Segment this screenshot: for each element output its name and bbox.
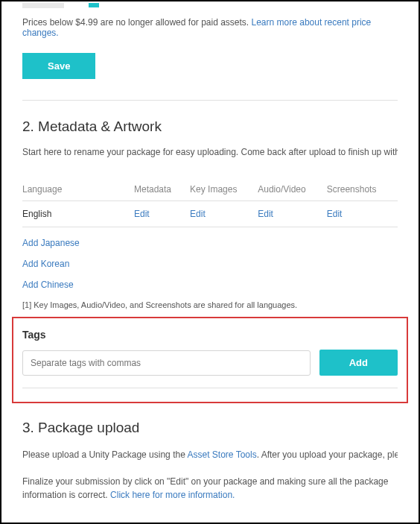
upload-desc-1b: . After you upload your package, please … xyxy=(257,449,398,460)
edit-audio-video-link[interactable]: Edit xyxy=(258,209,273,219)
remnant-accent xyxy=(89,3,99,7)
more-info-link[interactable]: Click here for more information. xyxy=(110,490,235,500)
asset-store-tools-link[interactable]: Asset Store Tools xyxy=(187,449,256,460)
upload-section-title: 3. Package upload xyxy=(22,420,398,436)
metadata-section-desc: Start here to rename your package for ea… xyxy=(22,147,398,157)
upload-desc-2: Finalize your submission by click on "Ed… xyxy=(22,475,398,502)
metadata-desc-text: Start here to rename your package for ea… xyxy=(22,147,398,157)
section-divider xyxy=(22,100,398,101)
header-audio-video: Audio/Video xyxy=(258,178,327,201)
price-notice-text: Prices below $4.99 are no longer allowed… xyxy=(22,17,252,28)
tags-section: Tags Add xyxy=(12,317,408,403)
remnant-field xyxy=(22,3,64,8)
add-tag-button[interactable]: Add xyxy=(319,350,398,376)
metadata-table: Language Metadata Key Images Audio/Video… xyxy=(22,178,398,227)
upload-desc-1: Please upload a Unity Package using the … xyxy=(22,448,398,461)
language-cell: English xyxy=(22,201,134,227)
save-button[interactable]: Save xyxy=(22,53,95,79)
upload-desc-1a: Please upload a Unity Package using the xyxy=(22,449,187,460)
add-language-links: Add Japanese Add Korean Add Chinese xyxy=(22,238,398,290)
tags-divider xyxy=(22,388,398,388)
price-notice: Prices below $4.99 are no longer allowed… xyxy=(22,17,398,38)
header-metadata: Metadata xyxy=(134,178,190,201)
metadata-footnote: [1] Key Images, Audio/Video, and Screens… xyxy=(22,300,398,309)
tags-input[interactable] xyxy=(22,350,311,376)
edit-metadata-link[interactable]: Edit xyxy=(134,209,150,219)
header-key-images: Key Images xyxy=(190,178,258,201)
edit-key-images-link[interactable]: Edit xyxy=(190,209,206,219)
tags-input-row: Add xyxy=(22,350,398,376)
add-japanese-link[interactable]: Add Japanese xyxy=(22,238,398,248)
top-remnant xyxy=(22,1,398,8)
add-chinese-link[interactable]: Add Chinese xyxy=(22,280,398,290)
edit-screenshots-link[interactable]: Edit xyxy=(327,209,343,219)
table-header-row: Language Metadata Key Images Audio/Video… xyxy=(22,178,398,201)
tags-title: Tags xyxy=(22,329,398,341)
add-korean-link[interactable]: Add Korean xyxy=(22,259,398,269)
header-language: Language xyxy=(22,178,134,201)
metadata-section-title: 2. Metadata & Artwork xyxy=(22,119,398,135)
header-screenshots: Screenshots xyxy=(327,178,398,201)
table-row: English Edit Edit Edit Edit xyxy=(22,201,398,227)
